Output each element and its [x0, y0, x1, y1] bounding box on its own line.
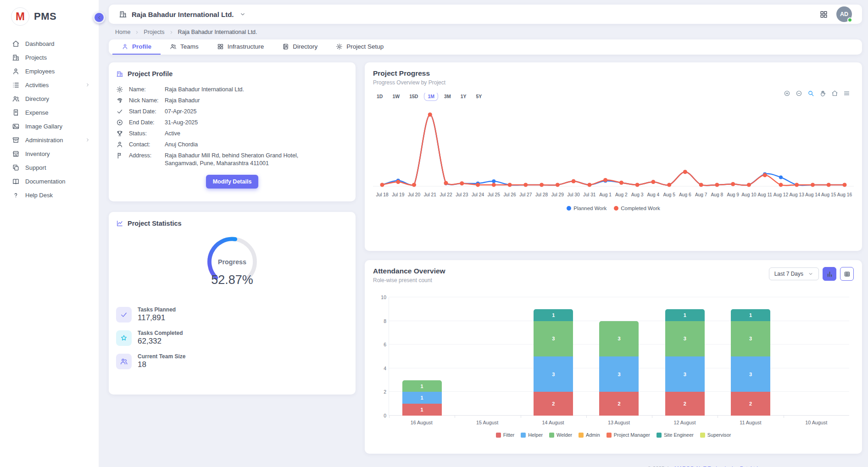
stat-label: Current Team Size — [138, 353, 185, 360]
legend-label: Project Manager — [614, 432, 650, 438]
legend-item-site-engineer[interactable]: Site Engineer — [657, 432, 694, 438]
legend-swatch — [657, 433, 662, 438]
range-button-3m[interactable]: 3M — [440, 92, 455, 101]
tab-project-setup[interactable]: Project Setup — [327, 39, 393, 55]
sidebar-item-image-gallary[interactable]: Image Gallary — [0, 119, 99, 133]
zoom-out-icon[interactable] — [796, 90, 802, 97]
field-value: Anuj Chordia — [165, 141, 198, 149]
range-button-1m[interactable]: 1M — [424, 92, 438, 101]
sidebar-item-administration[interactable]: Administration — [0, 133, 99, 147]
stat-label: Tasks Completed — [138, 330, 183, 336]
range-button-1w[interactable]: 1W — [389, 92, 403, 101]
bar-column-12-august[interactable]: 2331 — [652, 297, 718, 416]
gauge-value: 52.87% — [211, 273, 253, 287]
bar-segment-fitter: 2 — [534, 392, 573, 416]
legend-item-supervisor[interactable]: Supervisor — [700, 432, 731, 438]
date-range-select[interactable]: Last 7 Days — [769, 267, 819, 280]
company-selector-label[interactable]: Raja Bahadur International Ltd. — [132, 11, 234, 18]
svg-text:Aug 3: Aug 3 — [631, 192, 644, 197]
date-range-value: Last 7 Days — [774, 271, 803, 277]
sidebar-item-employees[interactable]: Employees — [0, 64, 99, 78]
svg-text:Jul 20: Jul 20 — [408, 192, 421, 197]
legend-item-admin[interactable]: Admin — [579, 432, 600, 438]
tab-label: Directory — [293, 43, 317, 50]
bar-segment-welder: 3 — [599, 321, 639, 356]
svg-text:Aug 9: Aug 9 — [727, 192, 739, 197]
range-button-1y[interactable]: 1Y — [457, 92, 470, 101]
svg-text:Jul 27: Jul 27 — [519, 192, 532, 197]
zoom-in-icon[interactable] — [784, 90, 790, 97]
online-status-dot — [847, 17, 852, 22]
modify-details-button[interactable]: Modify Details — [206, 175, 259, 189]
bar-column-10-august[interactable] — [784, 297, 849, 416]
chevron-down-icon[interactable] — [239, 11, 246, 17]
sidebar-item-help-desk[interactable]: Help Desk — [0, 188, 99, 202]
bar-column-13-august[interactable]: 233 — [586, 297, 652, 416]
bar-chart-view-button[interactable] — [823, 267, 836, 281]
bar-segment-site-engineer: 1 — [665, 309, 705, 321]
bar-segment-welder: 3 — [665, 321, 705, 356]
sidebar-item-directory[interactable]: Directory — [0, 92, 99, 106]
bar-segment-helper: 1 — [402, 392, 442, 404]
field-value: Raja Bahadur — [165, 97, 200, 105]
profile-field-nick-name-: Nick Name: Raja Bahadur — [116, 97, 348, 105]
sidebar-item-projects[interactable]: Projects — [0, 50, 99, 64]
project-progress-line-chart[interactable]: Jul 18Jul 19Jul 20Jul 21Jul 22Jul 23Jul … — [373, 107, 854, 203]
sidebar-item-expense[interactable]: Expense — [0, 106, 99, 119]
table-view-button[interactable] — [840, 267, 854, 281]
legend-item-completed-work[interactable]: Completed Work — [614, 206, 660, 211]
tab-teams[interactable]: Teams — [161, 39, 208, 55]
breadcrumb-item-home[interactable]: Home — [115, 29, 130, 35]
field-label: Status: — [129, 130, 163, 138]
tab-profile[interactable]: Profile — [112, 39, 161, 55]
legend-swatch — [549, 433, 554, 438]
attendance-stacked-bar-chart[interactable]: 0246810111233123323312331 — [389, 297, 849, 416]
receipt-icon — [12, 109, 20, 117]
bar-column-16-august[interactable]: 111 — [389, 297, 455, 416]
sidebar-collapse-button[interactable] — [93, 11, 105, 23]
sidebar-item-inventory[interactable]: Inventory — [0, 147, 99, 161]
project-profile-card: Project Profile Name: Raja Bahadur Inter… — [109, 62, 356, 201]
legend-item-planned-work[interactable]: Planned Work — [567, 206, 606, 211]
range-button-5y[interactable]: 5Y — [472, 92, 485, 101]
bar-column-14-august[interactable]: 2331 — [521, 297, 586, 416]
selection-zoom-icon[interactable] — [807, 90, 814, 97]
app-name: PMS — [34, 11, 56, 22]
sidebar-item-activities[interactable]: Activities — [0, 78, 99, 92]
tab-infrastructure[interactable]: Infrastructure — [208, 39, 273, 55]
legend-item-fitter[interactable]: Fitter — [496, 432, 515, 438]
menu-icon[interactable] — [843, 90, 850, 97]
project-progress-card: Project Progress Progress Overview by Pr… — [365, 62, 862, 251]
field-label: Nick Name: — [129, 97, 163, 105]
svg-text:Aug 11: Aug 11 — [757, 192, 772, 197]
legend-dot — [567, 206, 571, 211]
legend-item-welder[interactable]: Welder — [549, 432, 572, 438]
person-icon — [12, 67, 20, 75]
range-button-1d[interactable]: 1D — [373, 92, 386, 101]
bar-column-11-august[interactable]: 2331 — [718, 297, 783, 416]
reset-home-icon[interactable] — [831, 90, 838, 97]
pan-icon[interactable] — [819, 90, 826, 97]
svg-text:Jul 22: Jul 22 — [440, 192, 452, 197]
chevron-right-icon — [169, 30, 174, 35]
svg-text:Aug 12: Aug 12 — [773, 192, 789, 197]
user-avatar[interactable]: AD — [836, 6, 852, 22]
legend-item-project-manager[interactable]: Project Manager — [606, 432, 650, 438]
legend-label: Welder — [556, 432, 572, 438]
svg-text:Aug 1: Aug 1 — [599, 192, 612, 197]
tab-directory[interactable]: Directory — [273, 39, 327, 55]
sidebar-item-label: Dashboard — [25, 40, 55, 47]
breadcrumb-item-projects[interactable]: Projects — [144, 29, 164, 35]
sidebar-item-documentation[interactable]: Documentation — [0, 174, 99, 188]
sidebar-item-support[interactable]: Support — [0, 161, 99, 174]
svg-text:Aug 6: Aug 6 — [679, 192, 691, 197]
bar-column-15-august[interactable] — [455, 297, 520, 416]
apps-grid-icon[interactable] — [819, 10, 828, 19]
legend-item-helper[interactable]: Helper — [521, 432, 543, 438]
range-button-15d[interactable]: 15D — [406, 92, 422, 101]
sidebar-item-dashboard[interactable]: Dashboard — [0, 37, 99, 50]
sidebar: M PMS Dashboard Projects Employees Activ… — [0, 0, 99, 467]
field-label: Name: — [129, 86, 163, 94]
legend-label: Planned Work — [573, 206, 606, 211]
svg-text:Aug 4: Aug 4 — [647, 192, 660, 197]
